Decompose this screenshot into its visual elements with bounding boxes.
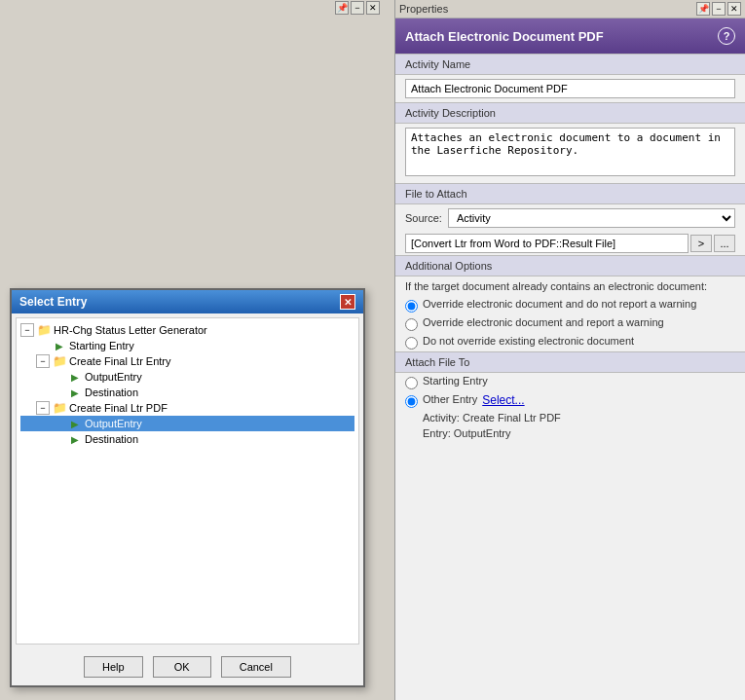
arrow-icon: ▶ xyxy=(67,432,83,446)
arrow-icon: ▶ xyxy=(67,417,83,430)
properties-title: Attach Electronic Document PDF xyxy=(405,29,604,44)
radio-starting-entry-row: Starting Entry xyxy=(395,373,745,391)
help-button[interactable]: Help xyxy=(84,656,143,678)
arrow-icon: ▶ xyxy=(52,339,67,352)
tree-indent xyxy=(20,418,36,429)
dialog-title: Select Entry xyxy=(19,295,87,309)
prop-top-bar: Properties 📌 − ✕ xyxy=(395,0,745,18)
attach-entry-info: Entry: OutputEntry xyxy=(395,425,745,441)
options-info-text: If the target document already contains … xyxy=(395,276,745,296)
tree-item-label: Create Final Ltr Entry xyxy=(69,355,171,367)
close-button-left[interactable]: ✕ xyxy=(366,1,380,15)
select-entry-dialog: Select Entry ✕ −📁HR-Chg Status Letter Ge… xyxy=(10,288,365,687)
tree-indent xyxy=(20,433,36,445)
tree-container: −📁HR-Chg Status Letter Generator ▶Starti… xyxy=(20,322,354,447)
tree-indent xyxy=(36,387,52,398)
section-activity-desc: Activity Description xyxy=(395,102,745,124)
section-attach-file-to: Attach File To xyxy=(395,351,745,373)
radio-override-warn[interactable] xyxy=(405,318,418,331)
file-dots-button[interactable]: ... xyxy=(714,235,735,252)
tree-leaf-spacer xyxy=(52,371,67,383)
properties-body: Activity Name Activity Description Attac… xyxy=(395,54,745,700)
tree-expand-icon[interactable]: − xyxy=(36,401,50,415)
tree-item-label: OutputEntry xyxy=(85,418,142,429)
section-activity-name: Activity Name xyxy=(395,54,745,75)
radio-other-entry-label: Other Entry xyxy=(423,393,477,405)
radio-row-1: Override electronic document and do not … xyxy=(395,296,745,314)
tree-item[interactable]: −📁HR-Chg Status Letter Generator xyxy=(20,322,354,338)
activity-desc-field: Attaches an electronic document to a doc… xyxy=(395,124,745,183)
properties-header: Attach Electronic Document PDF ? xyxy=(395,18,745,54)
tree-leaf-spacer xyxy=(36,340,52,351)
radio-starting-entry[interactable] xyxy=(405,377,418,389)
file-arrow-button[interactable]: > xyxy=(690,235,712,252)
cancel-button[interactable]: Cancel xyxy=(221,656,291,678)
prop-top-label: Properties xyxy=(399,3,448,15)
arrow-icon: ▶ xyxy=(67,386,83,399)
arrow-icon: ▶ xyxy=(67,370,83,384)
tree-leaf-spacer xyxy=(52,387,67,398)
radio-override-no-warn[interactable] xyxy=(405,300,418,313)
folder-icon: 📁 xyxy=(52,401,67,415)
left-top-bar: 📌 − ✕ xyxy=(0,0,385,16)
radio-no-override[interactable] xyxy=(405,337,418,350)
tree-item-label: Starting Entry xyxy=(69,340,134,351)
tree-item[interactable]: ▶OutputEntry xyxy=(20,369,354,385)
tree-item[interactable]: ▶Starting Entry xyxy=(20,338,354,353)
radio-label-2: Override electronic document and report … xyxy=(423,316,664,328)
radio-row-3: Do not override existing electronic docu… xyxy=(395,333,745,351)
tree-item[interactable]: −📁Create Final Ltr PDF xyxy=(20,400,354,416)
section-file-attach: File to Attach xyxy=(395,183,745,204)
attach-activity-info: Activity: Create Final Ltr PDF xyxy=(395,410,745,425)
tree-indent xyxy=(36,418,52,429)
help-icon-button[interactable]: ? xyxy=(718,27,735,45)
attach-activity-value: Create Final Ltr PDF xyxy=(463,412,561,424)
file-row: > ... xyxy=(395,232,745,255)
tree-leaf-spacer xyxy=(52,418,67,429)
radio-row-2: Override electronic document and report … xyxy=(395,314,745,333)
tree-item-label: Destination xyxy=(85,433,138,445)
tree-expand-icon[interactable]: − xyxy=(20,323,34,337)
source-label: Source: xyxy=(405,212,442,224)
prop-top-buttons: 📌 − ✕ xyxy=(696,2,741,16)
select-link[interactable]: Select... xyxy=(482,393,524,407)
tree-item[interactable]: ▶OutputEntry xyxy=(20,416,354,431)
minimize-button[interactable]: − xyxy=(351,1,364,15)
tree-indent xyxy=(20,355,36,367)
tree-item-label: OutputEntry xyxy=(85,371,142,383)
dialog-titlebar: Select Entry ✕ xyxy=(12,290,363,313)
activity-desc-textarea[interactable]: Attaches an electronic document to a doc… xyxy=(405,128,735,176)
dialog-tree-body[interactable]: −📁HR-Chg Status Letter Generator ▶Starti… xyxy=(16,317,359,645)
activity-name-input[interactable] xyxy=(405,79,735,98)
source-row: Source: Activity xyxy=(395,204,745,232)
radio-other-entry[interactable] xyxy=(405,395,418,408)
pin-button[interactable]: 📌 xyxy=(335,1,349,15)
attach-entry-label: Entry: xyxy=(423,427,451,439)
tree-leaf-spacer xyxy=(52,433,67,445)
tree-indent xyxy=(36,433,52,445)
dialog-footer: Help OK Cancel xyxy=(12,648,363,685)
prop-minus-btn[interactable]: − xyxy=(712,2,726,16)
prop-close-btn[interactable]: ✕ xyxy=(727,2,741,16)
tree-item-label: Destination xyxy=(85,387,138,398)
attach-activity-label: Activity: xyxy=(423,412,460,424)
tree-indent xyxy=(20,402,36,414)
tree-item[interactable]: ▶Destination xyxy=(20,385,354,400)
tree-expand-icon[interactable]: − xyxy=(36,354,50,368)
tree-indent xyxy=(36,371,52,383)
tree-item-label: HR-Chg Status Letter Generator xyxy=(54,324,207,336)
folder-icon: 📁 xyxy=(52,354,67,368)
folder-icon: 📁 xyxy=(36,323,52,337)
properties-panel: Properties 📌 − ✕ Attach Electronic Docum… xyxy=(394,0,745,700)
tree-item[interactable]: −📁Create Final Ltr Entry xyxy=(20,353,354,369)
tree-item-label: Create Final Ltr PDF xyxy=(69,402,168,414)
tree-item[interactable]: ▶Destination xyxy=(20,431,354,447)
tree-indent xyxy=(20,340,36,351)
radio-other-entry-row: Other Entry Select... xyxy=(395,391,745,410)
tree-indent xyxy=(20,371,36,383)
prop-pin-btn[interactable]: 📌 xyxy=(696,2,710,16)
ok-button[interactable]: OK xyxy=(153,656,211,678)
dialog-close-button[interactable]: ✕ xyxy=(340,294,355,310)
file-input[interactable] xyxy=(405,234,689,253)
source-select[interactable]: Activity xyxy=(448,208,735,228)
